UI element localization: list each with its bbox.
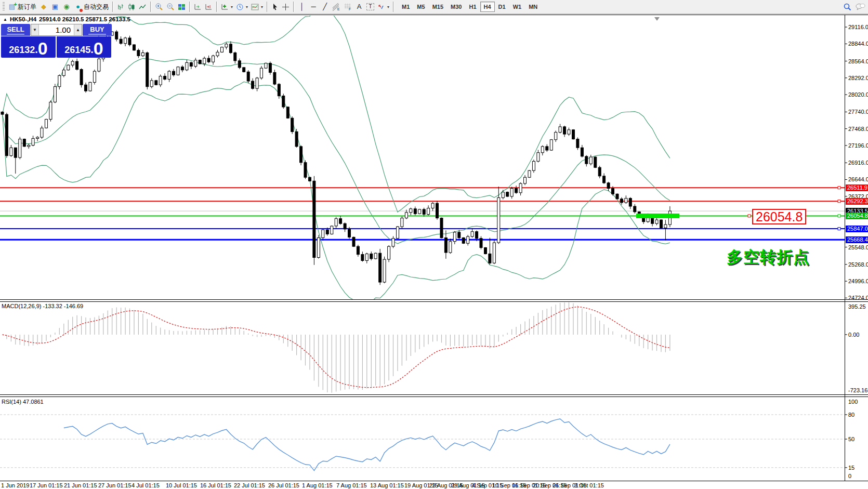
price-line-tag: 26511.9 — [846, 184, 868, 191]
date-axis-label: 7 Aug 01:15 — [336, 482, 367, 488]
volume-control: ▼ 1.00 ▲ — [31, 24, 82, 36]
rsi-axis-tick: 100 — [848, 399, 858, 405]
rsi-label: RSI(14) 47.0861 — [2, 399, 44, 405]
sell-button[interactable]: SELL — [1, 24, 30, 36]
date-axis-label: 27 Jun 01:15 — [98, 482, 131, 488]
date-axis-label: 3 Oct 01:15 — [574, 482, 604, 488]
macd-axis-min: -723.16 — [848, 387, 867, 393]
price-line-tag: 25668.4 — [846, 236, 868, 243]
rsi-axis-tick: 80 — [848, 412, 854, 418]
price-axis-tick: 25268.0 — [848, 261, 868, 268]
date-axis-label: 1 Jun 2019 — [1, 482, 29, 488]
price-axis-tick: 28292.0 — [848, 75, 868, 81]
sell-label: SELL — [7, 25, 24, 33]
volume-decrease-button[interactable]: ▼ — [31, 24, 39, 35]
price-axis-tick: 28844.0 — [848, 41, 868, 47]
macd-signal-value: -146.69 — [64, 303, 83, 309]
volume-input[interactable]: 1.00 — [39, 24, 74, 35]
buy-label: BUY — [90, 25, 104, 33]
macd-label: MACD(12,26,9) -133.32 -146.69 — [2, 303, 83, 309]
sell-price-pips: 0 — [38, 40, 48, 57]
price-axis-tick: 28020.0 — [848, 91, 868, 98]
price-axis-tick: 26916.0 — [848, 160, 868, 166]
price-axis-tick: 24724.0 — [848, 295, 868, 301]
price-axis-tick: 29116.0 — [848, 24, 868, 30]
symbol-timeframe-label: HK50-,H4 — [10, 16, 36, 22]
price-line-tag: 25847.0 — [846, 226, 868, 232]
mt4-terminal: ▤+ 新订单 ◆ ▣ ◉ ● 自动交易 — [0, 0, 868, 489]
highlight-zone — [636, 214, 679, 218]
sell-price[interactable]: 26132 . 0 — [1, 36, 56, 58]
price-axis-tick: 24996.0 — [848, 278, 868, 284]
chart-ohlc-title: ▲ HK50-,H4 25914.0 26210.5 25871.5 26133… — [3, 16, 130, 22]
sell-price-main: 26132 — [9, 43, 35, 57]
price-axis-tick: 27740.0 — [848, 109, 868, 115]
price-axis-tick: 26644.0 — [848, 176, 868, 182]
price-axis-tick: 28564.0 — [848, 58, 868, 64]
date-axis-label: 26 Jul 01:15 — [268, 482, 299, 488]
price-line-tag: 26292.3 — [846, 198, 868, 205]
buy-underline — [88, 34, 106, 35]
date-axis-label: 21 Jun 01:15 — [64, 482, 97, 488]
price-axis-tick: 27196.0 — [848, 142, 868, 149]
rsi-axis-tick: 50 — [848, 436, 854, 442]
date-axis-label: 22 Jul 01:15 — [234, 482, 265, 488]
buy-price[interactable]: 26145 . 0 — [57, 36, 111, 58]
price-line-tag: 26054.8 — [846, 213, 868, 219]
rsi-axis-tick: 15 — [848, 465, 854, 471]
buy-price-main: 26145 — [64, 43, 90, 57]
macd-axis-zero: 0.00 — [848, 332, 859, 338]
rsi-value: 47.0861 — [23, 399, 44, 405]
chart-canvas[interactable] — [0, 0, 868, 489]
date-axis-label: 17 Jun 01:15 — [30, 482, 63, 488]
chart-caption-text[interactable]: 多空转折点 — [727, 246, 810, 268]
macd-main-value: -133.32 — [43, 303, 62, 309]
date-axis-label: 10 Jul 01:15 — [166, 482, 197, 488]
date-axis-label: 1 Aug 01:15 — [302, 482, 333, 488]
ohlc-values: 25914.0 26210.5 25871.5 26133.5 — [39, 16, 130, 22]
sell-underline — [7, 34, 24, 35]
date-axis-label: 16 Jul 01:15 — [200, 482, 231, 488]
candles — [1, 30, 671, 285]
buy-price-pips: 0 — [94, 40, 103, 57]
price-axis-tick: 27468.0 — [848, 126, 868, 132]
date-axis-label: 13 Aug 01:15 — [370, 482, 404, 488]
macd-axis-max: 395.25 — [848, 303, 866, 310]
chart-shift-marker — [654, 17, 660, 21]
price-axis-tick: 25548.0 — [848, 244, 868, 250]
rsi-axis-tick: 0 — [848, 473, 851, 479]
volume-increase-button[interactable]: ▲ — [74, 24, 82, 35]
buy-button[interactable]: BUY — [83, 24, 112, 36]
one-click-trading-panel: SELL ▼ 1.00 ▲ BUY 26132 . 0 26145 . — [1, 24, 112, 58]
price-callout-box[interactable]: 26054.8 — [752, 209, 806, 224]
date-axis-label: 4 Jul 01:15 — [131, 482, 160, 488]
panel-collapse-icon[interactable]: ▲ — [3, 17, 7, 22]
